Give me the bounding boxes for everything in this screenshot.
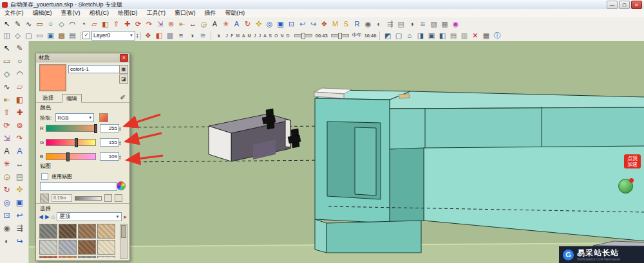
text-icon[interactable]: A [209,19,220,29]
pie-icon[interactable]: ◔ [78,19,89,29]
protractor-icon[interactable]: ◶ [198,19,209,29]
material-name-input[interactable] [68,65,120,73]
zoom-icon[interactable]: ◎ [264,19,275,29]
color-model-dropdown[interactable]: RGB ▼ [55,113,94,122]
green-value-field[interactable]: 155 [100,138,119,147]
back-arrow-icon[interactable]: ◀ [39,213,43,220]
red-value-field[interactable]: 255 [100,124,119,132]
select-icon[interactable]: ↖ [1,42,13,55]
menu-item-3[interactable]: 相机(C) [85,9,114,17]
polygon-icon[interactable]: ◇ [1,68,13,80]
zoom-extents-icon[interactable]: ⊡ [1,210,13,222]
texture-reset-button[interactable] [115,194,122,202]
iso-view-icon[interactable]: ◩ [382,30,393,41]
shadow-time-slider[interactable] [331,34,349,37]
section-plane-icon[interactable]: ▤ [14,171,26,183]
menu-item-7[interactable]: 插件 [200,9,221,17]
section-cut-toggle-icon[interactable]: ▥ [459,30,469,41]
display-secondary-pane-button[interactable]: ◪ [119,75,128,84]
text-icon[interactable]: A [1,145,13,158]
layer-spinner[interactable]: ▴ ▾ [137,33,138,38]
spin-down-icon[interactable]: ▾ [137,35,138,38]
section-display-toggle-icon[interactable]: ▤ [448,30,459,41]
line-icon[interactable]: ✎ [12,19,23,29]
push-pull-icon[interactable]: ⇧ [111,19,122,29]
qq-float-badge[interactable] [618,179,633,194]
blue-spinner[interactable]: ▴▾ [119,154,121,159]
menu-item-2[interactable]: 查看(V) [57,9,85,17]
tape-measure-icon[interactable]: ⇤ [1,94,13,106]
scenes-icon[interactable]: ▦ [480,30,491,41]
material-swatch-gray-shingles[interactable] [39,224,57,239]
polygon-icon[interactable]: ◇ [56,19,67,29]
zoom-window-icon[interactable]: ▣ [275,19,286,29]
rectangle-icon[interactable]: ▭ [34,19,45,29]
arc-icon[interactable]: ◠ [14,68,26,80]
material-swatch-brown-tiles[interactable] [78,240,96,255]
m-button-icon[interactable]: M [330,19,341,29]
protractor-icon[interactable]: ◶ [1,171,13,183]
pan-icon[interactable]: ✜ [14,184,26,196]
position-camera-icon[interactable]: ◉ [1,222,13,235]
shadow-settings-icon[interactable]: ◑ [187,30,198,41]
maximize-button[interactable]: ▢ [619,1,630,9]
layer-visibility-checkbox[interactable]: ✓ [82,32,90,39]
previous-view-icon[interactable]: ↩ [14,210,26,222]
arc-icon[interactable]: ◠ [67,19,78,29]
wireframe-icon[interactable]: ▢ [23,30,34,41]
scale-icon[interactable]: ⇲ [155,19,166,29]
material-category-dropdown[interactable]: 屋顶 ▼ [57,212,122,221]
right-view-icon[interactable]: ◨ [415,30,426,41]
make-component-icon[interactable]: ❖ [319,19,330,29]
layer-dropdown[interactable]: Layer0 ▼ [91,31,135,41]
material-swatch-light-gray-roof[interactable] [39,240,57,255]
line-icon[interactable]: ✎ [14,42,26,55]
blue-value-field[interactable]: 109 [100,152,119,161]
texture-file-input[interactable] [40,182,117,191]
left-view-icon[interactable]: ◧ [437,30,448,41]
material-swatch-gray-tiles[interactable] [59,240,77,255]
accelerate-badge[interactable]: 点我加速 [624,154,641,168]
zoom-window-icon[interactable]: ▣ [14,197,26,209]
zoom-extents-icon[interactable]: ⊡ [286,19,297,29]
red-spinner[interactable]: ▴▾ [119,126,121,131]
paint-bucket-icon[interactable]: ◧ [14,94,26,106]
rotate-icon[interactable]: ⟳ [133,19,144,29]
back-edges-icon[interactable]: ◇ [12,30,23,41]
delete-icon[interactable]: ✕ [469,30,480,41]
green-slider[interactable] [46,139,96,146]
axes-icon[interactable]: ✳ [220,19,231,29]
back-view-icon[interactable]: ▣ [426,30,437,41]
blue-slider[interactable] [46,153,96,160]
offset-icon[interactable]: ⊚ [14,120,26,132]
swatch-scrollbar[interactable] [120,224,128,259]
scale-icon[interactable]: ⇲ [1,132,13,145]
material-swatch-brown-shingles[interactable] [78,224,96,239]
move-icon[interactable]: ✚ [122,19,133,29]
walk-icon[interactable]: ⇶ [384,19,395,29]
opacity-slider[interactable] [75,196,102,201]
match-photo-icon[interactable]: ▦ [439,19,450,29]
shadow-date-slider[interactable] [294,34,312,37]
eraser-icon[interactable]: ▱ [14,81,26,93]
close-icon[interactable]: ✕ [120,54,128,62]
s-button-icon[interactable]: S [341,19,352,29]
shadows-toggle-icon[interactable]: ◑ [213,30,224,41]
next-view-icon[interactable]: ↪ [14,235,26,248]
red-slider[interactable] [46,125,96,132]
materials-panel-header[interactable]: 材质 ✕ [36,53,129,62]
follow-me-icon[interactable]: ↷ [14,132,26,145]
walk-icon[interactable]: ⇶ [14,222,26,235]
hidden-line-icon[interactable]: ▭ [34,30,45,41]
menu-item-0[interactable]: 文件(F) [0,9,28,17]
orbit-icon[interactable]: ↻ [242,19,253,29]
material-swatch-slate[interactable] [78,256,96,258]
styles-dialog-icon[interactable]: ▥ [165,30,176,41]
rotate-icon[interactable]: ⟳ [1,120,13,132]
menu-item-6[interactable]: 窗口(W) [170,9,200,17]
color-wheel-icon[interactable]: ◉ [450,19,461,29]
look-around-icon[interactable]: ◐ [374,19,384,29]
tab-select[interactable]: 选择 [39,94,57,102]
tan-object-model[interactable] [399,94,410,98]
fog-icon[interactable]: ≋ [417,19,428,29]
